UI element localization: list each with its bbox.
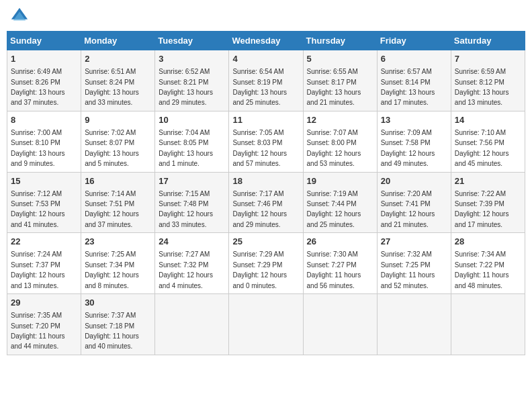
- table-row: 8 Sunrise: 7:00 AMSunset: 8:10 PMDayligh…: [7, 111, 525, 172]
- day-info: Sunrise: 6:54 AMSunset: 8:19 PMDaylight:…: [232, 68, 287, 106]
- day-info: Sunrise: 7:35 AMSunset: 7:20 PMDaylight:…: [11, 312, 65, 350]
- day-info: Sunrise: 7:34 AMSunset: 7:22 PMDaylight:…: [455, 250, 509, 289]
- day-info: Sunrise: 7:37 AMSunset: 7:18 PMDaylight:…: [85, 312, 139, 350]
- day-number: 9: [85, 114, 151, 126]
- day-info: Sunrise: 7:00 AMSunset: 8:10 PMDaylight:…: [11, 129, 65, 167]
- day-info: Sunrise: 7:12 AMSunset: 7:53 PMDaylight:…: [11, 190, 65, 228]
- day-number: 10: [159, 114, 225, 126]
- table-cell: 7 Sunrise: 6:59 AMSunset: 8:12 PMDayligh…: [451, 50, 525, 111]
- table-cell: 2 Sunrise: 6:51 AMSunset: 8:24 PMDayligh…: [81, 50, 155, 111]
- day-info: Sunrise: 7:19 AMSunset: 7:44 PMDaylight:…: [307, 190, 361, 228]
- table-cell: 28 Sunrise: 7:34 AMSunset: 7:22 PMDaylig…: [451, 233, 525, 294]
- day-info: Sunrise: 7:27 AMSunset: 7:32 PMDaylight:…: [159, 250, 213, 289]
- table-cell: 20 Sunrise: 7:20 AMSunset: 7:41 PMDaylig…: [377, 172, 451, 233]
- day-info: Sunrise: 7:15 AMSunset: 7:48 PMDaylight:…: [159, 190, 213, 228]
- day-number: 6: [381, 53, 447, 65]
- col-monday: Monday: [81, 32, 155, 50]
- day-info: Sunrise: 6:55 AMSunset: 8:17 PMDaylight:…: [307, 68, 361, 106]
- day-info: Sunrise: 7:04 AMSunset: 8:05 PMDaylight:…: [159, 129, 213, 167]
- table-cell: 13 Sunrise: 7:09 AMSunset: 7:58 PMDaylig…: [377, 111, 451, 172]
- table-row: 1 Sunrise: 6:49 AMSunset: 8:26 PMDayligh…: [7, 50, 525, 111]
- day-number: 23: [85, 236, 151, 248]
- col-thursday: Thursday: [303, 32, 377, 50]
- table-row: 29 Sunrise: 7:35 AMSunset: 7:20 PMDaylig…: [7, 294, 525, 355]
- table-cell: 3 Sunrise: 6:52 AMSunset: 8:21 PMDayligh…: [155, 50, 229, 111]
- day-number: 7: [455, 53, 521, 65]
- day-number: 3: [159, 53, 225, 65]
- day-info: Sunrise: 7:22 AMSunset: 7:39 PMDaylight:…: [455, 190, 509, 228]
- table-cell: 26 Sunrise: 7:30 AMSunset: 7:27 PMDaylig…: [303, 233, 377, 294]
- table-cell: 25 Sunrise: 7:29 AMSunset: 7:29 PMDaylig…: [229, 233, 303, 294]
- day-info: Sunrise: 7:17 AMSunset: 7:46 PMDaylight:…: [232, 190, 287, 228]
- day-info: Sunrise: 7:10 AMSunset: 7:56 PMDaylight:…: [455, 129, 509, 167]
- table-cell: 9 Sunrise: 7:02 AMSunset: 8:07 PMDayligh…: [81, 111, 155, 172]
- day-number: 24: [159, 236, 225, 248]
- day-info: Sunrise: 7:29 AMSunset: 7:29 PMDaylight:…: [232, 250, 287, 289]
- day-info: Sunrise: 6:49 AMSunset: 8:26 PMDaylight:…: [11, 68, 65, 106]
- day-number: 16: [85, 175, 151, 187]
- day-number: 15: [11, 175, 77, 187]
- day-number: 17: [159, 175, 225, 187]
- day-info: Sunrise: 7:05 AMSunset: 8:03 PMDaylight:…: [232, 129, 287, 167]
- day-info: Sunrise: 7:02 AMSunset: 8:07 PMDaylight:…: [85, 129, 139, 167]
- table-row: 22 Sunrise: 7:24 AMSunset: 7:37 PMDaylig…: [7, 233, 525, 294]
- day-number: 8: [11, 114, 77, 126]
- table-cell: [303, 294, 377, 355]
- col-friday: Friday: [377, 32, 451, 50]
- table-cell: 19 Sunrise: 7:19 AMSunset: 7:44 PMDaylig…: [303, 172, 377, 233]
- table-cell: [377, 294, 451, 355]
- table-cell: 6 Sunrise: 6:57 AMSunset: 8:14 PMDayligh…: [377, 50, 451, 111]
- logo: [10, 7, 32, 26]
- table-cell: 8 Sunrise: 7:00 AMSunset: 8:10 PMDayligh…: [7, 111, 81, 172]
- table-cell: 5 Sunrise: 6:55 AMSunset: 8:17 PMDayligh…: [303, 50, 377, 111]
- day-number: 14: [455, 114, 521, 126]
- table-cell: 14 Sunrise: 7:10 AMSunset: 7:56 PMDaylig…: [451, 111, 525, 172]
- day-number: 19: [307, 175, 373, 187]
- table-cell: 16 Sunrise: 7:14 AMSunset: 7:51 PMDaylig…: [81, 172, 155, 233]
- table-cell: 15 Sunrise: 7:12 AMSunset: 7:53 PMDaylig…: [7, 172, 81, 233]
- day-info: Sunrise: 7:30 AMSunset: 7:27 PMDaylight:…: [307, 250, 361, 289]
- day-info: Sunrise: 6:52 AMSunset: 8:21 PMDaylight:…: [159, 68, 213, 106]
- day-info: Sunrise: 7:14 AMSunset: 7:51 PMDaylight:…: [85, 190, 139, 228]
- day-number: 2: [85, 53, 151, 65]
- day-number: 11: [232, 114, 299, 126]
- col-sunday: Sunday: [7, 32, 81, 50]
- day-info: Sunrise: 7:24 AMSunset: 7:37 PMDaylight:…: [11, 250, 65, 289]
- col-tuesday: Tuesday: [155, 32, 229, 50]
- day-info: Sunrise: 7:09 AMSunset: 7:58 PMDaylight:…: [381, 129, 435, 167]
- table-cell: 12 Sunrise: 7:07 AMSunset: 8:00 PMDaylig…: [303, 111, 377, 172]
- table-cell: 17 Sunrise: 7:15 AMSunset: 7:48 PMDaylig…: [155, 172, 229, 233]
- table-cell: 11 Sunrise: 7:05 AMSunset: 8:03 PMDaylig…: [229, 111, 303, 172]
- header-row: Sunday Monday Tuesday Wednesday Thursday…: [7, 32, 525, 50]
- table-cell: [451, 294, 525, 355]
- day-number: 26: [307, 236, 373, 248]
- logo-icon: [10, 7, 29, 26]
- table-cell: 21 Sunrise: 7:22 AMSunset: 7:39 PMDaylig…: [451, 172, 525, 233]
- table-cell: 24 Sunrise: 7:27 AMSunset: 7:32 PMDaylig…: [155, 233, 229, 294]
- day-number: 20: [381, 175, 447, 187]
- day-number: 4: [232, 53, 299, 65]
- table-cell: 10 Sunrise: 7:04 AMSunset: 8:05 PMDaylig…: [155, 111, 229, 172]
- day-info: Sunrise: 7:07 AMSunset: 8:00 PMDaylight:…: [307, 129, 361, 167]
- col-wednesday: Wednesday: [229, 32, 303, 50]
- day-number: 1: [11, 53, 77, 65]
- calendar-table: Sunday Monday Tuesday Wednesday Thursday…: [7, 31, 525, 355]
- day-number: 12: [307, 114, 373, 126]
- day-info: Sunrise: 7:25 AMSunset: 7:34 PMDaylight:…: [85, 250, 139, 289]
- table-cell: 23 Sunrise: 7:25 AMSunset: 7:34 PMDaylig…: [81, 233, 155, 294]
- day-info: Sunrise: 6:57 AMSunset: 8:14 PMDaylight:…: [381, 68, 435, 106]
- day-number: 13: [381, 114, 447, 126]
- table-cell: 29 Sunrise: 7:35 AMSunset: 7:20 PMDaylig…: [7, 294, 81, 355]
- day-info: Sunrise: 7:20 AMSunset: 7:41 PMDaylight:…: [381, 190, 435, 228]
- day-number: 28: [455, 236, 521, 248]
- table-cell: 1 Sunrise: 6:49 AMSunset: 8:26 PMDayligh…: [7, 50, 81, 111]
- table-cell: 18 Sunrise: 7:17 AMSunset: 7:46 PMDaylig…: [229, 172, 303, 233]
- table-cell: 30 Sunrise: 7:37 AMSunset: 7:18 PMDaylig…: [81, 294, 155, 355]
- day-number: 29: [11, 297, 77, 309]
- table-cell: 4 Sunrise: 6:54 AMSunset: 8:19 PMDayligh…: [229, 50, 303, 111]
- table-cell: 22 Sunrise: 7:24 AMSunset: 7:37 PMDaylig…: [7, 233, 81, 294]
- col-saturday: Saturday: [451, 32, 525, 50]
- page-header: [7, 7, 525, 26]
- day-number: 30: [85, 297, 151, 309]
- table-row: 15 Sunrise: 7:12 AMSunset: 7:53 PMDaylig…: [7, 172, 525, 233]
